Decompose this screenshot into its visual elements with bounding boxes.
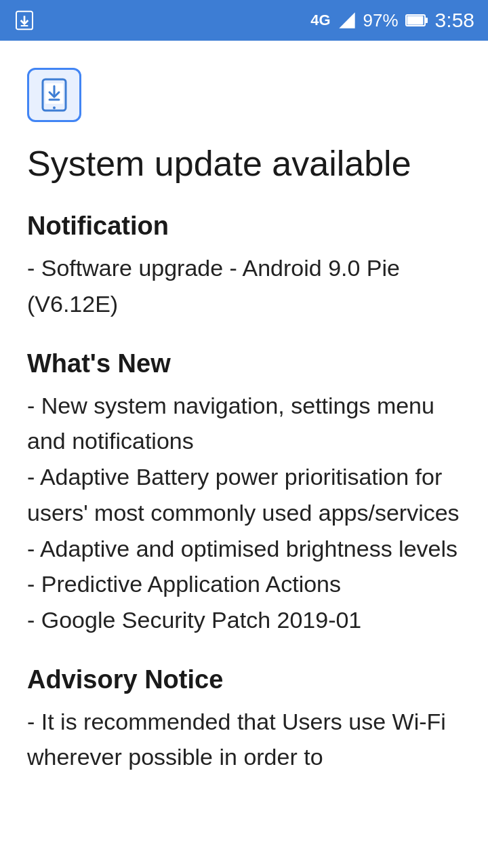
main-content: System update available Notification - S… — [0, 41, 488, 829]
network-type-label: 4G — [310, 12, 330, 29]
notification-heading: Notification — [27, 212, 461, 241]
advisory-notice-heading: Advisory Notice — [27, 665, 461, 694]
advisory-notice-section: Advisory Notice - It is recommended that… — [27, 665, 461, 775]
advisory-notice-body: - It is recommended that Users use Wi-Fi… — [27, 704, 461, 775]
svg-rect-6 — [407, 16, 423, 25]
system-update-app-icon — [27, 68, 81, 122]
clock-display: 3:58 — [435, 9, 474, 32]
download-notification-icon — [14, 9, 35, 31]
notification-body: - Software upgrade - Android 9.0 Pie (V6… — [27, 250, 461, 321]
status-icons: 4G 97% 3:58 — [310, 9, 474, 32]
svg-marker-3 — [339, 12, 354, 28]
status-bar: 4G 97% 3:58 — [0, 0, 488, 41]
whats-new-heading: What's New — [27, 349, 461, 378]
whats-new-body: - New system navigation, settings menu a… — [27, 388, 461, 638]
phone-download-icon — [37, 78, 71, 112]
svg-rect-5 — [425, 18, 428, 23]
battery-percent: 97% — [363, 10, 399, 31]
signal-icon — [338, 11, 357, 30]
status-bar-left — [14, 9, 35, 31]
page-title: System update available — [27, 142, 461, 184]
battery-icon — [405, 13, 428, 28]
notification-section: Notification - Software upgrade - Androi… — [27, 212, 461, 321]
svg-point-11 — [53, 106, 56, 109]
whats-new-section: What's New - New system navigation, sett… — [27, 349, 461, 638]
app-icon-container — [27, 68, 461, 122]
